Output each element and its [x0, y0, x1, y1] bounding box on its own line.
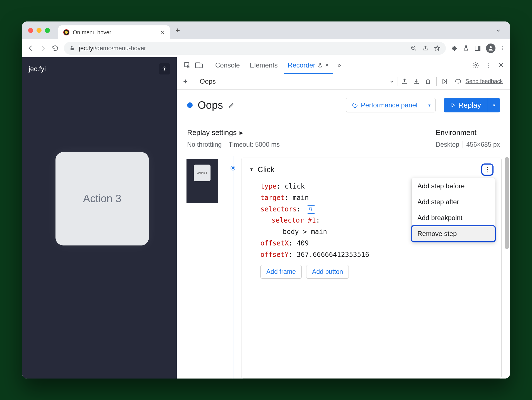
- share-icon[interactable]: [422, 45, 429, 51]
- devtools-tabs: Console Elements Recorder ✕ » ⋮ ✕: [177, 57, 510, 73]
- close-window-button[interactable]: [28, 28, 33, 33]
- zoom-icon[interactable]: [411, 45, 417, 51]
- edit-title-icon[interactable]: [228, 102, 235, 109]
- browser-menu-icon[interactable]: ⋮: [500, 45, 505, 51]
- url-text: jec.fyi/demo/menu-hover: [79, 45, 407, 52]
- tab-console[interactable]: Console: [211, 57, 244, 73]
- step-over-icon[interactable]: [454, 78, 462, 85]
- window-controls: [28, 28, 50, 33]
- panel-icon[interactable]: [474, 45, 481, 52]
- performance-panel-button[interactable]: Performance panel ▾: [346, 98, 436, 112]
- recording-header: Oops Performance panel ▾ Replay ▾: [177, 90, 510, 121]
- svg-rect-3: [478, 46, 480, 50]
- extensions-icon[interactable]: [451, 45, 458, 52]
- environment-size: 456×685 px: [466, 141, 500, 148]
- environment-label: Environment: [436, 128, 500, 137]
- tab-recorder[interactable]: Recorder ✕: [284, 57, 333, 73]
- forward-button[interactable]: [39, 45, 47, 52]
- send-feedback-link[interactable]: Send feedback: [466, 78, 503, 85]
- maximize-window-button[interactable]: [45, 28, 50, 33]
- chevron-down-icon[interactable]: ▼: [249, 167, 254, 172]
- content-area: jec.fyi Action 3 Console Elements: [22, 57, 510, 379]
- svg-point-4: [490, 46, 492, 48]
- pick-selector-icon[interactable]: [307, 205, 315, 214]
- close-tab-icon[interactable]: ✕: [160, 29, 165, 36]
- more-tabs-icon[interactable]: »: [335, 61, 343, 69]
- svg-point-9: [475, 64, 477, 66]
- gauge-icon: [352, 102, 358, 108]
- add-button-button[interactable]: Add button: [306, 265, 349, 279]
- chevron-down-icon[interactable]: ▾: [423, 98, 435, 112]
- ctx-add-step-after[interactable]: Add step after: [412, 194, 495, 210]
- tab-elements[interactable]: Elements: [246, 57, 282, 73]
- step-thumbnail[interactable]: Action 1: [186, 159, 218, 203]
- recording-title: Oops: [198, 99, 223, 111]
- kebab-menu-icon[interactable]: ⋮: [485, 61, 492, 69]
- action-card[interactable]: Action 3: [55, 152, 149, 245]
- export-icon[interactable]: [401, 78, 408, 85]
- recorder-toolbar: + Oops Send feedback: [177, 73, 510, 90]
- step-more-button[interactable]: ⋮: [481, 163, 494, 176]
- ctx-add-step-before[interactable]: Add step before: [412, 178, 495, 194]
- recording-dropdown-icon[interactable]: [389, 79, 394, 84]
- tab-list-button[interactable]: [495, 28, 501, 33]
- flask-icon: [318, 63, 323, 68]
- new-recording-button[interactable]: +: [180, 77, 190, 86]
- import-icon[interactable]: [413, 78, 420, 85]
- play-step-icon[interactable]: [442, 78, 449, 85]
- svg-point-5: [164, 68, 166, 70]
- new-tab-button[interactable]: +: [175, 26, 180, 35]
- tab-title: On menu hover: [73, 29, 157, 36]
- timeline: [227, 156, 238, 379]
- delete-icon[interactable]: [425, 78, 431, 85]
- throttling-value: No throttling: [187, 141, 222, 148]
- svg-rect-0: [71, 48, 74, 50]
- environment-device: Desktop: [436, 141, 459, 148]
- webpage: jec.fyi Action 3: [22, 57, 177, 379]
- timeout-value: Timeout: 5000 ms: [229, 141, 280, 148]
- timeline-node[interactable]: [231, 166, 235, 170]
- reload-button[interactable]: [52, 45, 59, 52]
- back-button[interactable]: [27, 45, 34, 52]
- browser-tab[interactable]: On menu hover ✕: [58, 25, 170, 39]
- chevron-right-icon: ▸: [240, 128, 243, 137]
- thumbnail-card: Action 1: [194, 165, 211, 181]
- profile-avatar[interactable]: [486, 44, 495, 53]
- ctx-add-breakpoint[interactable]: Add breakpoint: [412, 210, 495, 226]
- close-devtools-icon[interactable]: ✕: [498, 61, 504, 69]
- site-title: jec.fyi: [29, 65, 46, 73]
- step-card: ▼ Click ⋮ type: click target: main selec…: [241, 158, 502, 379]
- minimize-window-button[interactable]: [37, 28, 42, 33]
- browser-tab-bar: On menu hover ✕ +: [22, 21, 510, 39]
- device-toggle-icon[interactable]: [195, 62, 203, 69]
- devtools-panel: Console Elements Recorder ✕ » ⋮ ✕ + Oops: [177, 57, 510, 379]
- address-bar: jec.fyi/demo/menu-hover ⋮: [22, 39, 510, 57]
- bookmark-icon[interactable]: [434, 45, 440, 51]
- chevron-down-icon[interactable]: ▾: [488, 98, 500, 112]
- settings-icon[interactable]: [472, 62, 479, 69]
- svg-point-10: [458, 83, 459, 84]
- replay-button[interactable]: Replay ▾: [444, 98, 500, 112]
- favicon-icon: [63, 29, 69, 35]
- step-context-menu: Add step before Add step after Add break…: [412, 178, 495, 242]
- flask-icon[interactable]: [463, 45, 469, 52]
- play-icon: [451, 103, 456, 108]
- scrollbar[interactable]: [505, 157, 509, 249]
- svg-rect-8: [199, 64, 202, 68]
- omnibox[interactable]: jec.fyi/demo/menu-hover: [64, 42, 446, 55]
- replay-settings-toggle[interactable]: Replay settings ▸: [187, 128, 280, 137]
- lock-icon: [69, 45, 75, 51]
- close-tab-icon[interactable]: ✕: [325, 62, 329, 68]
- step-name: Click: [258, 165, 275, 174]
- steps-area: Action 1 ▼ Click ⋮ type: click target:: [177, 156, 510, 379]
- theme-toggle[interactable]: [159, 63, 170, 74]
- recording-name-field[interactable]: Oops: [197, 78, 386, 85]
- add-frame-button[interactable]: Add frame: [260, 265, 302, 279]
- browser-window: On menu hover ✕ + jec.fyi/demo/menu-hove…: [22, 21, 510, 379]
- replay-settings-row: Replay settings ▸ No throttling Timeout:…: [177, 121, 510, 156]
- recording-status-dot: [187, 102, 193, 108]
- inspect-icon[interactable]: [184, 62, 191, 69]
- ctx-remove-step[interactable]: Remove step: [412, 226, 495, 242]
